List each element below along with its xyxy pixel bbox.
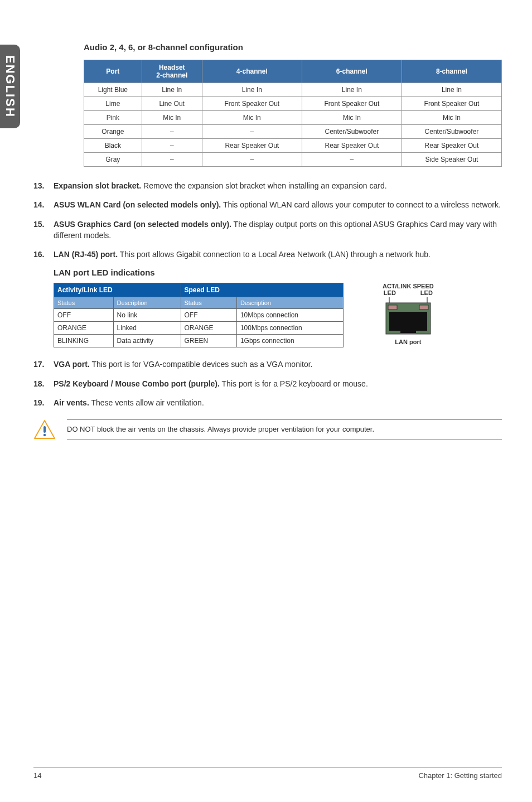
numbered-list-1: 13.Expansion slot bracket. Remove the ex…: [33, 180, 502, 260]
table-cell: Front Speaker Out: [402, 97, 501, 111]
lan-subheader: Status: [181, 297, 236, 309]
page-footer: 14 Chapter 1: Getting started: [33, 767, 502, 780]
audio-config-heading: Audio 2, 4, 6, or 8-channel configuratio…: [84, 42, 502, 52]
audio-table-header: Headset2-channel: [142, 60, 202, 83]
page-content: Audio 2, 4, 6, or 8-channel configuratio…: [33, 42, 502, 441]
table-row: PinkMic InMic InMic InMic In: [84, 111, 502, 125]
item-title: Expansion slot bracket.: [54, 181, 141, 190]
list-item: 14.ASUS WLAN Card (on selected models on…: [33, 199, 502, 210]
table-row: Light BlueLine InLine InLine InLine In: [84, 83, 502, 97]
table-cell: No link: [113, 309, 181, 322]
list-item: 18.PS/2 Keyboard / Mouse Combo port (pur…: [33, 378, 502, 389]
table-cell: –: [202, 153, 302, 167]
lan-port-diagram: ACT/LINK SPEED LED LED LAN port: [383, 283, 434, 345]
table-cell: Center/Subwoofer: [402, 125, 501, 139]
table-cell: Rear Speaker Out: [202, 139, 302, 153]
diagram-left-led: LED: [384, 289, 396, 296]
item-title: ASUS WLAN Card (on selected models only)…: [54, 200, 221, 209]
table-cell: Line In: [402, 83, 501, 97]
table-cell: ORANGE: [181, 322, 236, 335]
table-cell: GREEN: [181, 335, 236, 347]
lan-led-heading: LAN port LED indications: [54, 268, 502, 277]
item-number: 16.: [33, 249, 54, 260]
numbered-list-2: 17.VGA port. This port is for VGA-compat…: [33, 359, 502, 408]
table-cell: Center/Subwoofer: [302, 125, 402, 139]
table-row: Black–Rear Speaker OutRear Speaker OutRe…: [84, 139, 502, 153]
item-title: PS/2 Keyboard / Mouse Combo port (purple…: [54, 379, 220, 388]
item-title: VGA port.: [54, 360, 90, 369]
item-title: LAN (RJ-45) port.: [54, 250, 118, 259]
lan-subheader: Description: [236, 297, 343, 309]
item-body: VGA port. This port is for VGA-compatibl…: [54, 359, 502, 370]
diagram-top-label: ACT/LINK SPEED: [383, 283, 434, 289]
item-body: ASUS Graphics Card (on selected models o…: [54, 219, 502, 241]
diagram-right-led: LED: [420, 289, 433, 296]
warning-callout: DO NOT block the air vents on the chassi…: [33, 419, 502, 441]
lan-subheader: Description: [113, 297, 181, 309]
table-cell: Orange: [84, 125, 142, 139]
table-row: BLINKINGData activityGREEN1Gbps connecti…: [54, 335, 344, 347]
table-cell: Line In: [142, 83, 202, 97]
table-row: ORANGELinkedORANGE100Mbps connection: [54, 322, 344, 335]
table-cell: Lime: [84, 97, 142, 111]
audio-table-header: Port: [84, 60, 142, 83]
lan-led-table: Activity/Link LED Speed LED StatusDescri…: [54, 283, 344, 347]
table-cell: Mic In: [302, 111, 402, 125]
chapter-label: Chapter 1: Getting started: [418, 771, 502, 780]
item-number: 17.: [33, 359, 54, 370]
item-number: 18.: [33, 378, 54, 389]
svg-rect-8: [43, 426, 46, 433]
table-cell: Pink: [84, 111, 142, 125]
table-cell: Linked: [113, 322, 181, 335]
audio-table-header: 8-channel: [402, 60, 501, 83]
diagram-bottom-label: LAN port: [383, 339, 434, 345]
item-number: 13.: [33, 180, 54, 191]
warning-text: DO NOT block the air vents on the chassi…: [67, 419, 502, 439]
table-cell: Line Out: [142, 97, 202, 111]
table-cell: –: [142, 125, 202, 139]
table-cell: 10Mbps connection: [236, 309, 343, 322]
activity-link-led-header: Activity/Link LED: [54, 283, 181, 297]
table-row: Orange––Center/SubwooferCenter/Subwoofer: [84, 125, 502, 139]
svg-rect-6: [400, 327, 416, 333]
table-row: Gray–––Side Speaker Out: [84, 153, 502, 167]
item-title: ASUS Graphics Card (on selected models o…: [54, 220, 231, 229]
table-cell: –: [302, 153, 402, 167]
table-cell: –: [142, 139, 202, 153]
table-cell: Line In: [202, 83, 302, 97]
page-number: 14: [33, 771, 41, 780]
table-cell: Rear Speaker Out: [302, 139, 402, 153]
table-cell: OFF: [181, 309, 236, 322]
table-cell: Mic In: [202, 111, 302, 125]
list-item: 13.Expansion slot bracket. Remove the ex…: [33, 180, 502, 191]
item-number: 19.: [33, 397, 54, 408]
svg-rect-4: [419, 305, 428, 310]
table-cell: Rear Speaker Out: [402, 139, 501, 153]
list-item: 16.LAN (RJ-45) port. This port allows Gi…: [33, 249, 502, 260]
table-cell: Line In: [302, 83, 402, 97]
table-cell: Light Blue: [84, 83, 142, 97]
svg-point-9: [43, 434, 46, 436]
item-number: 15.: [33, 219, 54, 241]
table-cell: Data activity: [113, 335, 181, 347]
table-cell: Gray: [84, 153, 142, 167]
list-item: 19.Air vents. These vents allow air vent…: [33, 397, 502, 408]
audio-config-table: PortHeadset2-channel4-channel6-channel8-…: [84, 60, 502, 167]
svg-rect-3: [388, 305, 397, 310]
table-cell: BLINKING: [54, 335, 114, 347]
table-cell: Front Speaker Out: [302, 97, 402, 111]
audio-table-header: 4-channel: [202, 60, 302, 83]
item-body: Air vents. These vents allow air ventila…: [54, 397, 502, 408]
table-row: LimeLine OutFront Speaker OutFront Speak…: [84, 97, 502, 111]
table-cell: –: [142, 153, 202, 167]
item-body: ASUS WLAN Card (on selected models only)…: [54, 199, 502, 210]
table-cell: Mic In: [402, 111, 501, 125]
table-cell: ORANGE: [54, 322, 114, 335]
list-item: 17.VGA port. This port is for VGA-compat…: [33, 359, 502, 370]
list-item: 15.ASUS Graphics Card (on selected model…: [33, 219, 502, 241]
item-body: LAN (RJ-45) port. This port allows Gigab…: [54, 249, 502, 260]
table-cell: Mic In: [142, 111, 202, 125]
language-tab: ENGLISH: [0, 45, 20, 128]
table-cell: 100Mbps connection: [236, 322, 343, 335]
table-row: OFFNo linkOFF10Mbps connection: [54, 309, 344, 322]
